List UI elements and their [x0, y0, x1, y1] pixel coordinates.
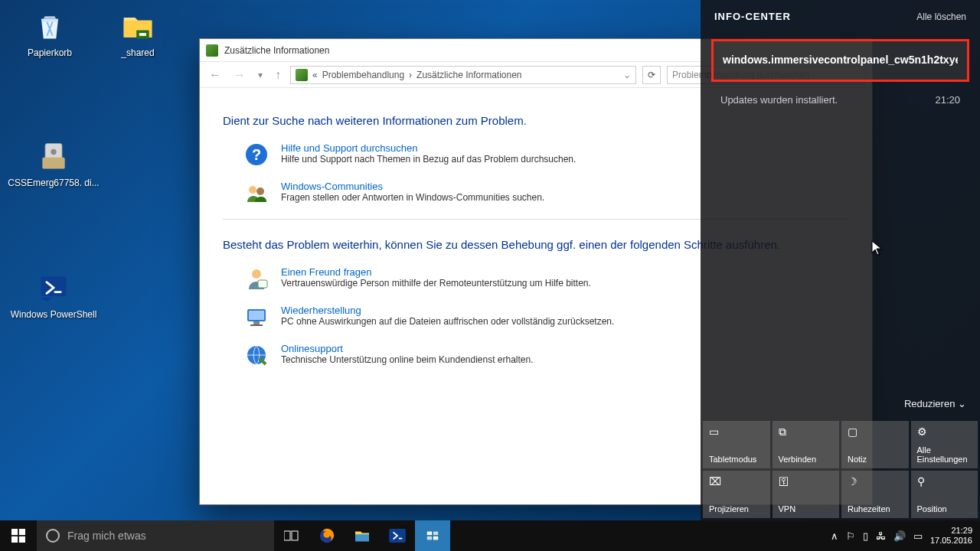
tray-date: 17.05.2016: [930, 536, 972, 546]
quick-action-quiet[interactable]: ☽Ruhezeiten: [841, 471, 909, 518]
desktop: Papierkorb _shared CSSEmerg67758. di... …: [0, 0, 980, 551]
tray-time: 21:29: [930, 526, 972, 536]
notification-app-name: windows.immersivecontrolpanel_cw5n1h2txy…: [723, 54, 958, 66]
svg-point-10: [252, 269, 261, 279]
svg-rect-13: [249, 311, 264, 320]
svg-rect-29: [433, 536, 438, 540]
gear-icon: ⚙: [917, 425, 972, 438]
nav-recent-icon[interactable]: ▾: [255, 70, 266, 80]
action-center: INFO-CENTER Alle löschen windows.immersi…: [701, 0, 980, 520]
svg-rect-27: [433, 532, 438, 536]
desktop-icon-label: Windows PowerShell: [8, 309, 100, 320]
tile-label: Alle Einstellungen: [917, 445, 972, 464]
svg-rect-3: [42, 158, 64, 169]
windows-logo-icon: [11, 529, 25, 543]
cortana-icon: [46, 529, 60, 543]
quick-action-project[interactable]: ⌧Projizieren: [703, 471, 770, 518]
tile-label: Position: [917, 504, 972, 514]
help-link[interactable]: Hilfe und Support durchsuchen: [281, 142, 576, 154]
tray-clock[interactable]: 21:29 17.05.2016: [930, 526, 972, 546]
system-tray: ∧ ⚐ ▯ 🖧 🔊 ▭ 21:29 17.05.2016: [823, 526, 980, 546]
project-icon: ⌧: [709, 475, 764, 487]
chevron-down-icon[interactable]: ⌄: [623, 70, 631, 80]
nav-forward-icon: →: [230, 68, 249, 82]
desktop-icon-shared[interactable]: _shared: [103, 8, 172, 58]
tray-volume-icon[interactable]: 🔊: [893, 530, 906, 542]
quick-action-connect[interactable]: ⧉Verbinden: [773, 421, 840, 468]
quick-action-location[interactable]: ⚲Position: [911, 471, 978, 518]
help-desc: Technische Unterstützung online beim Kun…: [281, 354, 534, 365]
nav-back-icon[interactable]: ←: [206, 68, 224, 82]
communities-icon: [244, 181, 269, 205]
moon-icon: ☽: [848, 475, 903, 487]
breadcrumb-part[interactable]: Problembehandlung: [322, 70, 404, 80]
task-view-button[interactable]: [274, 520, 309, 551]
taskbar-firefox[interactable]: [309, 520, 345, 551]
svg-rect-19: [11, 536, 18, 543]
quick-action-vpn[interactable]: ⚿VPN: [773, 471, 840, 518]
help-desc: Fragen stellen oder Antworten in Windows…: [281, 192, 544, 203]
tray-network-icon[interactable]: 🖧: [876, 530, 886, 542]
notification-highlighted[interactable]: windows.immersivecontrolpanel_cw5n1h2txy…: [711, 39, 969, 82]
desktop-icon-cssemerg[interactable]: CSSEmerg67758. di...: [8, 138, 100, 188]
help-link[interactable]: Onlinesupport: [281, 343, 534, 354]
note-icon: ▢: [848, 425, 903, 438]
svg-text:?: ?: [252, 146, 261, 163]
help-link[interactable]: Wiederherstellung: [281, 305, 614, 316]
friend-icon: [244, 266, 269, 291]
control-panel-small-icon: [296, 69, 308, 81]
help-link[interactable]: Windows-Communities: [281, 181, 544, 192]
taskbar-explorer[interactable]: [345, 520, 380, 551]
tile-label: Ruhezeiten: [848, 504, 903, 514]
action-center-title: INFO-CENTER: [714, 11, 791, 22]
breadcrumb-part[interactable]: Zusätzliche Informationen: [416, 70, 521, 80]
recycle-bin-icon: [31, 8, 68, 44]
tile-label: VPN: [779, 504, 834, 514]
desktop-icon-recycle-bin[interactable]: Papierkorb: [15, 8, 84, 58]
desktop-icon-label: Papierkorb: [15, 47, 84, 58]
svg-rect-15: [250, 324, 263, 326]
svg-rect-21: [284, 531, 290, 540]
quick-action-settings[interactable]: ⚙Alle Einstellungen: [911, 421, 978, 468]
search-box[interactable]: Frag mich etwas: [37, 520, 274, 551]
svg-rect-5: [41, 276, 67, 296]
svg-rect-22: [292, 531, 298, 540]
clear-all-button[interactable]: Alle löschen: [916, 11, 966, 22]
svg-rect-20: [19, 536, 25, 543]
svg-rect-1: [139, 33, 146, 36]
tray-battery-icon[interactable]: ▯: [863, 530, 868, 542]
desktop-icon-label: CSSEmerg67758. di...: [8, 178, 100, 188]
tray-overflow-icon[interactable]: ∧: [831, 530, 838, 542]
help-link[interactable]: Einen Freund fragen: [281, 266, 591, 278]
taskbar: Frag mich etwas ∧ ⚐ ▯ 🖧 🔊 ▭ 21:29 17.05.…: [0, 520, 980, 551]
svg-point-8: [249, 186, 256, 194]
quick-action-tabletmode[interactable]: ▭Tabletmodus: [703, 421, 770, 468]
reduce-button[interactable]: Reduzieren ⌄: [904, 398, 966, 409]
search-placeholder: Frag mich etwas: [67, 530, 146, 542]
help-desc: PC ohne Auswirkungen auf die Dateien auf…: [281, 316, 614, 327]
breadcrumb[interactable]: « Problembehandlung › Zusätzliche Inform…: [290, 66, 636, 84]
tray-action-center-icon[interactable]: ▭: [913, 530, 923, 542]
svg-rect-18: [19, 529, 25, 535]
start-button[interactable]: [0, 520, 37, 551]
notification-item[interactable]: Updates wurden installiert. 21:20: [711, 86, 969, 113]
installer-icon: [35, 138, 72, 174]
svg-rect-11: [258, 280, 267, 288]
quick-action-note[interactable]: ▢Notiz: [841, 421, 909, 468]
taskbar-control-panel[interactable]: [415, 520, 450, 551]
taskbar-powershell[interactable]: [380, 520, 415, 551]
tile-label: Verbinden: [779, 455, 834, 464]
refresh-button[interactable]: ⟳: [642, 66, 661, 84]
desktop-icon-powershell[interactable]: Windows PowerShell: [8, 269, 100, 320]
help-desc: Vertrauenswürdige Person mithilfe der Re…: [281, 278, 591, 289]
tray-flag-icon[interactable]: ⚐: [846, 530, 855, 542]
breadcrumb-prefix: «: [312, 70, 318, 80]
tile-label: Notiz: [848, 455, 903, 464]
desktop-icon-label: _shared: [103, 47, 172, 58]
svg-rect-25: [424, 529, 441, 543]
control-panel-icon: [206, 44, 218, 57]
tablet-icon: ▭: [709, 425, 764, 438]
help-search-icon: ?: [244, 142, 269, 167]
nav-up-icon[interactable]: ↑: [272, 68, 284, 82]
chevron-right-icon: ›: [409, 70, 412, 80]
